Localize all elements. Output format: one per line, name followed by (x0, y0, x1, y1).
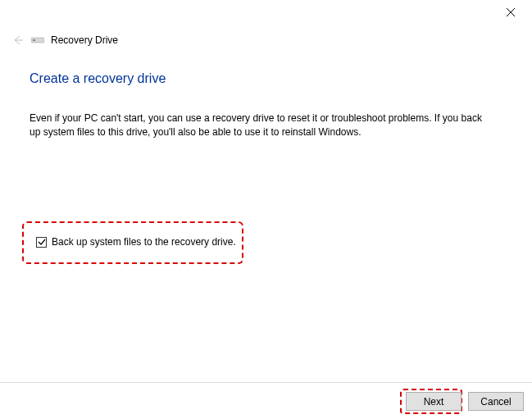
cancel-button[interactable]: Cancel (468, 392, 524, 411)
page-heading: Create a recovery drive (30, 71, 166, 86)
window-title: Recovery Drive (51, 34, 118, 46)
footer-divider (0, 382, 532, 383)
header-row: Recovery Drive (11, 34, 118, 47)
checkmark-icon (38, 238, 46, 246)
svg-rect-4 (33, 39, 35, 41)
button-row: Next Cancel (406, 392, 524, 411)
close-icon (506, 7, 516, 17)
close-button[interactable] (498, 2, 524, 23)
page-description: Even if your PC can't start, you can use… (30, 112, 489, 139)
next-button[interactable]: Next (406, 392, 462, 411)
arrow-left-icon (11, 34, 25, 47)
drive-icon (31, 35, 44, 45)
checkbox-box[interactable] (36, 237, 47, 248)
backup-checkbox-row[interactable]: Back up system files to the recovery dri… (36, 236, 236, 248)
backup-checkbox-label: Back up system files to the recovery dri… (52, 236, 236, 248)
titlebar (0, 0, 532, 25)
back-button[interactable] (11, 34, 25, 47)
